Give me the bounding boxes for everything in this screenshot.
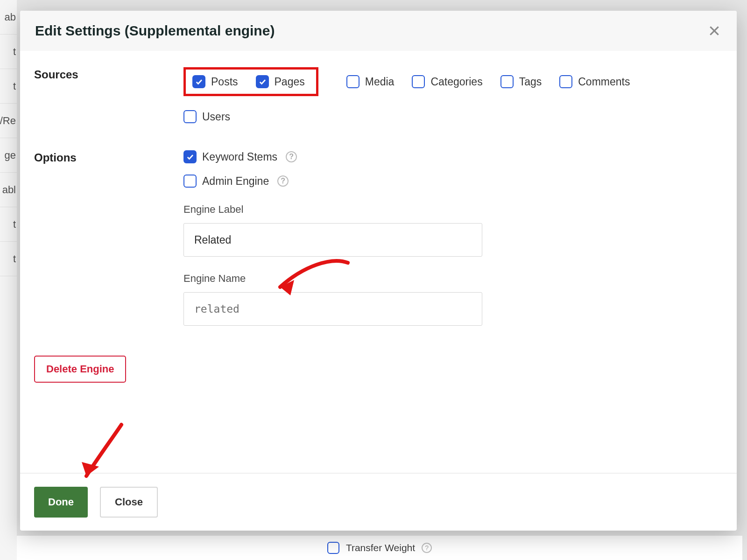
modal-footer: Done Close (20, 473, 737, 531)
delete-engine-button[interactable]: Delete Engine (34, 356, 126, 383)
source-pages[interactable]: Pages (256, 75, 305, 88)
source-categories[interactable]: Categories (412, 75, 482, 88)
source-comments-label: Comments (578, 76, 630, 88)
sources-label: Sources (34, 67, 183, 81)
done-button[interactable]: Done (34, 487, 88, 518)
checkbox-empty-icon (346, 75, 359, 88)
admin-engine-label: Admin Engine (202, 175, 269, 188)
edit-settings-modal: Edit Settings (Supplemental engine) Sour… (20, 11, 737, 531)
help-icon[interactable]: ? (277, 175, 289, 187)
engine-label-block: Engine Label (183, 203, 482, 257)
modal-title: Edit Settings (Supplemental engine) (35, 23, 275, 39)
source-comments[interactable]: Comments (559, 75, 630, 88)
checkbox-checked-icon (192, 75, 205, 88)
checkbox-empty-icon (500, 75, 514, 88)
engine-label-input[interactable] (183, 223, 482, 257)
source-users[interactable]: Users (183, 110, 230, 123)
close-button[interactable]: Close (100, 487, 158, 518)
keyword-stems-label: Keyword Stems (202, 151, 277, 163)
modal-header: Edit Settings (Supplemental engine) (20, 11, 737, 51)
engine-label-caption: Engine Label (183, 203, 482, 216)
source-media[interactable]: Media (346, 75, 395, 88)
source-posts-label: Posts (211, 76, 238, 88)
transfer-weight-label: Transfer Weight (346, 542, 415, 553)
source-categories-label: Categories (430, 76, 482, 88)
source-posts[interactable]: Posts (192, 75, 238, 88)
background-nav: ab t t /Re ge abl t t (0, 0, 17, 560)
source-tags-label: Tags (519, 76, 542, 88)
checkbox-empty-icon (559, 75, 572, 88)
sources-highlight: Posts Pages (183, 67, 318, 96)
source-users-label: Users (202, 111, 230, 123)
engine-name-input[interactable] (183, 292, 482, 326)
close-icon[interactable] (707, 23, 722, 38)
modal-body: Sources Posts (20, 51, 737, 473)
sources-row: Sources Posts (34, 67, 723, 123)
checkbox-empty-icon (412, 75, 425, 88)
options-row: Options Keyword Stems ? Admin Engine (34, 150, 723, 326)
options-label: Options (34, 150, 183, 164)
checkbox-empty-icon (183, 175, 197, 188)
source-pages-label: Pages (275, 76, 305, 88)
source-media-label: Media (365, 76, 395, 88)
option-keyword-stems[interactable]: Keyword Stems (183, 150, 277, 163)
help-icon[interactable]: ? (286, 151, 297, 162)
engine-name-block: Engine Name (183, 273, 482, 326)
transfer-weight-help-icon[interactable]: ? (422, 543, 432, 553)
transfer-weight-checkbox[interactable] (327, 542, 339, 554)
background-transfer-weight: Transfer Weight ? (17, 536, 742, 560)
source-tags[interactable]: Tags (500, 75, 542, 88)
option-admin-engine[interactable]: Admin Engine (183, 175, 269, 188)
engine-name-caption: Engine Name (183, 273, 482, 285)
checkbox-checked-icon (256, 75, 269, 88)
checkbox-checked-icon (183, 150, 197, 163)
checkbox-empty-icon (183, 110, 197, 123)
